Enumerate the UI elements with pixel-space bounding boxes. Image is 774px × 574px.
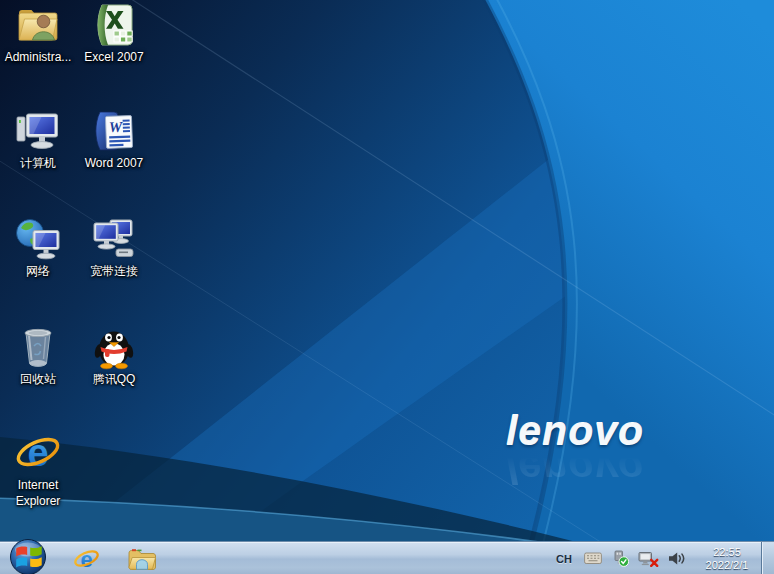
clock-time: 22:55 bbox=[699, 546, 755, 559]
desktop-icon-administrator[interactable]: Administra... bbox=[0, 2, 76, 66]
broadband-connection-icon bbox=[90, 216, 138, 262]
taskbar: e CH bbox=[0, 541, 774, 574]
folder-icon bbox=[127, 547, 157, 572]
qq-penguin-icon bbox=[90, 324, 138, 370]
system-tray: CH bbox=[553, 542, 774, 574]
clock[interactable]: 22:55 2022/2/1 bbox=[699, 546, 755, 572]
desktop-icon-label: Word 2007 bbox=[85, 156, 143, 172]
network-status-tray-button[interactable] bbox=[638, 551, 659, 567]
desktop-icon-word-2007[interactable]: W Word 2007 bbox=[76, 108, 152, 172]
desktop-icon-computer[interactable]: 计算机 bbox=[0, 108, 76, 172]
desktop-icon-tencent-qq[interactable]: 腾讯QQ bbox=[76, 324, 152, 388]
desktop-icon-label: 回收站 bbox=[20, 372, 56, 388]
keyboard-icon bbox=[584, 552, 602, 565]
network-icon bbox=[14, 216, 62, 262]
safely-remove-hardware-icon bbox=[611, 550, 629, 567]
desktop-icon-label: 网络 bbox=[26, 264, 50, 280]
desktop-icon-label: Excel 2007 bbox=[84, 50, 143, 66]
volume-tray-button[interactable] bbox=[668, 551, 686, 566]
internet-explorer-icon: e bbox=[14, 430, 62, 476]
word-icon: W bbox=[90, 108, 138, 154]
svg-text:W: W bbox=[109, 119, 125, 136]
excel-icon bbox=[90, 2, 138, 48]
taskbar-windows-explorer-button[interactable] bbox=[122, 544, 162, 574]
desktop-icon-label: 宽带连接 bbox=[90, 264, 138, 280]
safely-remove-hardware-tray-button[interactable] bbox=[611, 550, 629, 567]
desktop-icon-label: 腾讯QQ bbox=[93, 372, 136, 388]
windows-orb-icon bbox=[9, 538, 47, 574]
start-button[interactable] bbox=[9, 538, 47, 574]
language-indicator[interactable]: CH bbox=[553, 551, 575, 567]
user-folder-icon bbox=[14, 2, 62, 48]
desktop-icon-label: 计算机 bbox=[20, 156, 56, 172]
recycle-bin-icon bbox=[14, 324, 62, 370]
desktop: lenovo lenovo Administra... bbox=[0, 0, 774, 574]
show-desktop-button[interactable] bbox=[761, 542, 774, 574]
volume-icon bbox=[668, 551, 686, 566]
desktop-icon-label: Administra... bbox=[5, 50, 72, 66]
ie-icon: e bbox=[73, 546, 100, 573]
wallpaper bbox=[0, 0, 774, 574]
desktop-icon-internet-explorer[interactable]: e Internet Explorer bbox=[0, 430, 76, 509]
network-disconnected-icon bbox=[638, 551, 659, 567]
desktop-icon-broadband-connection[interactable]: 宽带连接 bbox=[76, 216, 152, 280]
clock-date: 2022/2/1 bbox=[699, 559, 755, 572]
computer-icon bbox=[14, 108, 62, 154]
desktop-icon-recycle-bin[interactable]: 回收站 bbox=[0, 324, 76, 388]
desktop-icon-excel-2007[interactable]: Excel 2007 bbox=[76, 2, 152, 66]
taskbar-internet-explorer-button[interactable]: e bbox=[66, 544, 106, 574]
desktop-icon-label: Internet Explorer bbox=[0, 478, 76, 509]
keyboard-tray-button[interactable] bbox=[584, 552, 602, 565]
desktop-icon-network[interactable]: 网络 bbox=[0, 216, 76, 280]
